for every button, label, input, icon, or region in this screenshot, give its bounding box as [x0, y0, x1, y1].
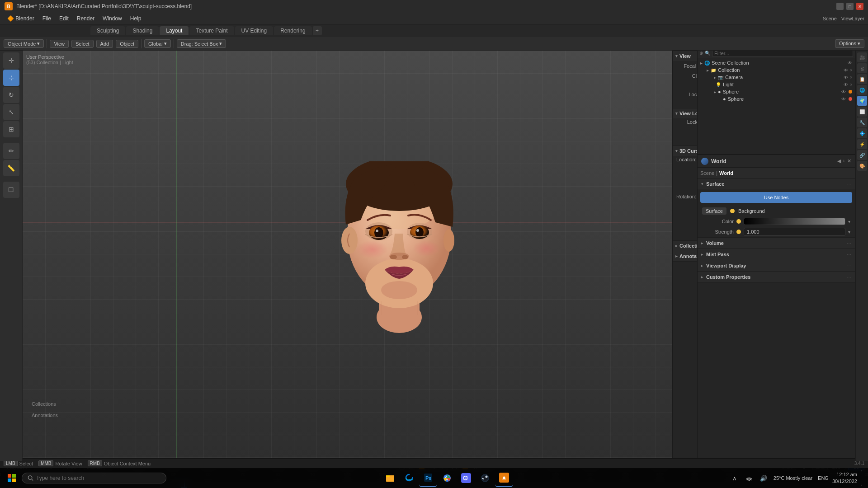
camera-eye[interactable]: 👁: [844, 75, 848, 80]
sphere-parent-eye[interactable]: 👁: [841, 89, 846, 94]
view-menu-btn[interactable]: View: [50, 40, 69, 48]
annotations-label: Annotations: [32, 413, 58, 418]
taskbar-steam[interactable]: [476, 469, 494, 487]
tray-weather[interactable]: 25°C Mostly clear: [772, 472, 814, 484]
scene-props-tab[interactable]: 🌐: [857, 85, 867, 95]
svg-point-38: [28, 476, 32, 479]
tray-volume[interactable]: 🔊: [757, 472, 770, 484]
physics-props-tab[interactable]: ⚡: [857, 139, 867, 149]
viewport-info: User Perspective (53) Collection | Light: [26, 54, 73, 65]
maximize-button[interactable]: □: [846, 3, 854, 10]
light-item[interactable]: 💡 Light 👁 ○: [698, 81, 855, 88]
taskbar-edge[interactable]: [400, 469, 418, 487]
use-nodes-button[interactable]: Use Nodes: [700, 192, 852, 203]
viewport-3d[interactable]: User Perspective (53) Collection | Light…: [23, 51, 775, 461]
surface-button[interactable]: Surface: [702, 207, 726, 215]
cursor-tool[interactable]: ✛: [3, 52, 19, 69]
orientation-dropdown[interactable]: Global ▾: [144, 39, 171, 48]
tab-texture-paint[interactable]: Texture Paint: [189, 26, 234, 35]
sphere-orange-dot: [849, 90, 852, 94]
sphere-child-item[interactable]: ● Sphere 👁: [698, 95, 855, 103]
show-desktop-btn[interactable]: [861, 470, 864, 486]
start-button[interactable]: [4, 470, 20, 486]
scale-tool[interactable]: ⤡: [3, 104, 19, 120]
taskbar-search[interactable]: [22, 473, 166, 483]
modifier-props-tab[interactable]: 🔧: [857, 117, 867, 127]
constraints-tab[interactable]: 🔗: [857, 150, 867, 160]
world-label-tab[interactable]: World: [719, 170, 733, 176]
particles-props-tab[interactable]: 💠: [857, 128, 867, 138]
tab-sculpting[interactable]: Sculpting: [90, 26, 125, 35]
camera-item[interactable]: ▸ 📷 Camera 👁 ○: [698, 74, 855, 81]
render-props-tab[interactable]: 🎥: [857, 52, 867, 62]
svg-point-54: [748, 480, 750, 482]
taskbar-chrome[interactable]: [438, 469, 456, 487]
tab-shading[interactable]: Shading: [126, 26, 159, 35]
strength-value[interactable]: 1.000: [744, 228, 845, 236]
menu-edit[interactable]: Edit: [56, 14, 72, 23]
drag-dropdown[interactable]: Drag: Select Box ▾: [177, 39, 226, 48]
light-eye[interactable]: 👁: [844, 82, 848, 87]
menu-render[interactable]: Render: [73, 14, 98, 23]
color-bar[interactable]: [744, 218, 845, 225]
tray-network[interactable]: [743, 472, 755, 484]
view-layer-props-tab[interactable]: 📋: [857, 74, 867, 84]
svg-point-48: [465, 478, 466, 479]
menu-window[interactable]: Window: [99, 14, 126, 23]
window-controls: – □ ✕: [836, 3, 863, 10]
tab-rendering[interactable]: Rendering: [274, 26, 311, 35]
object-props-tab[interactable]: ⬜: [857, 107, 867, 117]
perspective-label: User Perspective: [26, 54, 73, 60]
taskbar-file-explorer[interactable]: [381, 469, 399, 487]
material-props-tab[interactable]: 🎨: [857, 161, 867, 171]
prop-browse-icon[interactable]: ◀: [837, 158, 841, 164]
rotate-tool[interactable]: ↻: [3, 87, 19, 103]
taskbar-blender[interactable]: [495, 469, 513, 487]
output-props-tab[interactable]: 🖨: [857, 63, 867, 73]
move-tool[interactable]: ⊹: [3, 70, 19, 86]
collection-item[interactable]: ▸ 📁 Collection 👁 ○: [698, 66, 855, 74]
surface-header[interactable]: ▾ Surface ⋯: [698, 178, 855, 189]
expand-strength-icon[interactable]: ▾: [848, 230, 850, 235]
svg-point-13: [415, 227, 424, 237]
collection-eye[interactable]: 👁: [844, 68, 848, 73]
svg-point-18: [390, 255, 397, 259]
system-clock[interactable]: 12:12 am 30/12/2022: [832, 471, 857, 485]
prop-new-icon[interactable]: +: [843, 158, 845, 164]
taskbar-discord[interactable]: [457, 469, 475, 487]
volume-header[interactable]: ▸ Volume ⋯: [698, 238, 855, 249]
options-button[interactable]: Options ▾: [835, 39, 864, 48]
scene-collection-eye[interactable]: 👁: [848, 61, 852, 66]
prop-nav-tabs: Scene | World: [698, 168, 855, 178]
scene-collection-item[interactable]: ▸ 🌐 Scene Collection 👁: [698, 59, 855, 66]
measure-tool[interactable]: 📏: [3, 160, 19, 176]
svg-rect-34: [8, 474, 11, 478]
add-workspace-button[interactable]: +: [313, 26, 322, 35]
transform-tool[interactable]: ⊞: [3, 121, 19, 137]
world-props-tab[interactable]: 🌍: [857, 96, 867, 106]
minimize-button[interactable]: –: [836, 3, 844, 10]
menu-file[interactable]: File: [39, 14, 55, 23]
tab-layout[interactable]: Layout: [160, 26, 189, 35]
scene-label[interactable]: Scene: [700, 170, 714, 176]
taskbar-photoshop[interactable]: Ps: [419, 469, 437, 487]
search-input[interactable]: [36, 475, 160, 481]
viewport-display-header[interactable]: ▸ Viewport Display ⋯: [698, 260, 855, 271]
mist-pass-header[interactable]: ▸ Mist Pass ⋯: [698, 249, 855, 260]
close-button[interactable]: ✕: [856, 3, 863, 10]
sphere-child-eye[interactable]: 👁: [841, 97, 846, 102]
menu-blender[interactable]: 🔶 Blender: [4, 14, 38, 23]
add-menu-btn[interactable]: Add: [96, 40, 113, 48]
add-cube-tool[interactable]: ☐: [3, 182, 19, 198]
object-mode-dropdown[interactable]: Object Mode ▾: [4, 39, 44, 48]
expand-color-icon[interactable]: ▾: [848, 219, 850, 224]
select-menu-btn[interactable]: Select: [71, 40, 94, 48]
object-menu-btn[interactable]: Object: [116, 40, 138, 48]
sphere-parent-item[interactable]: ▸ ● Sphere 👁: [698, 88, 855, 95]
custom-properties-header[interactable]: ▸ Custom Properties ⋯: [698, 272, 855, 282]
tab-uv-editing[interactable]: UV Editing: [235, 26, 274, 35]
tray-expand[interactable]: ∧: [728, 472, 741, 484]
menu-help[interactable]: Help: [127, 14, 145, 23]
prop-close-icon[interactable]: ✕: [847, 158, 851, 164]
annotate-tool[interactable]: ✏: [3, 143, 19, 159]
